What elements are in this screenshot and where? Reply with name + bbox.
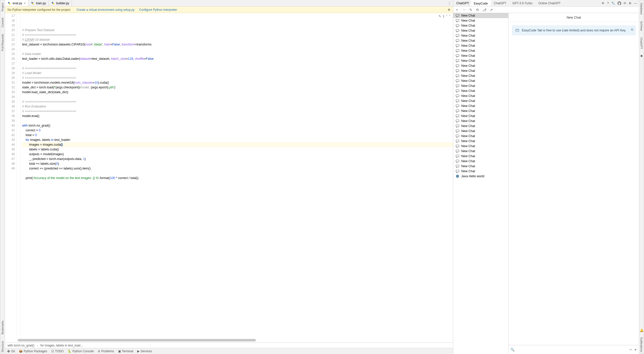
rail-commit[interactable]: Commit xyxy=(1,16,4,29)
rail-bookmarks[interactable]: Bookmarks xyxy=(1,319,4,336)
chat-list-item[interactable]: New Chat xyxy=(453,119,508,124)
chat-list-item[interactable]: New Chat xyxy=(453,43,508,48)
chat-list-item[interactable]: New Chat xyxy=(453,139,508,144)
chat-list-item[interactable]: New Chat xyxy=(453,78,508,83)
rail-database[interactable]: Database xyxy=(640,1,643,16)
chat-list-item[interactable]: New Chat xyxy=(453,124,508,129)
code-line[interactable]: # ============================ xyxy=(22,99,453,104)
code-line[interactable]: # Data loader xyxy=(22,52,453,56)
code-line[interactable]: total = 0 xyxy=(22,133,453,138)
code-line[interactable]: with torch.no_grad(): xyxy=(22,123,453,128)
chat-list-item[interactable]: New Chat xyxy=(453,93,508,98)
chat-list-item[interactable]: New Chat xyxy=(453,73,508,78)
chat-input[interactable] xyxy=(517,346,627,353)
ptab-gpt35[interactable]: GPT-3.5-Turbo xyxy=(509,0,535,6)
code-line[interactable] xyxy=(22,181,453,185)
code-line[interactable]: model = torchvision.models.resnet18(num_… xyxy=(22,80,453,85)
branch-icon[interactable]: ⎇ xyxy=(482,8,486,12)
rail-chatgpt[interactable]: ChatGPT xyxy=(640,36,643,50)
chat-list-item[interactable]: New Chat xyxy=(453,83,508,88)
chat-list-item[interactable]: New Chat xyxy=(453,38,508,43)
status-git[interactable]: Git xyxy=(7,349,15,353)
ptab-online[interactable]: Online ChatGPT xyxy=(535,0,564,6)
code-line[interactable]: # Load Model xyxy=(22,71,453,76)
eye-icon[interactable]: 👁 xyxy=(602,2,605,5)
chat-list-item[interactable]: New Chat xyxy=(453,98,508,103)
chat-list-item[interactable]: New Chat xyxy=(453,88,508,93)
open-icon[interactable]: ↗ xyxy=(490,8,493,12)
code-line[interactable]: # Run Evaluation xyxy=(22,104,453,109)
code-line[interactable]: # ============================ xyxy=(22,33,453,37)
chat-list-item[interactable]: New Chat xyxy=(453,169,508,174)
chat-list-item[interactable]: New Chat xyxy=(453,159,508,164)
status-terminal[interactable]: ▣Terminal xyxy=(118,349,133,353)
horizontal-scrollbar[interactable] xyxy=(18,339,451,341)
chat-list-item[interactable]: New Chat xyxy=(453,113,508,119)
chat-list-item[interactable]: JJava Hello world xyxy=(453,174,508,179)
chat-list-item[interactable]: New Chat xyxy=(453,48,508,53)
highlight-icon[interactable]: ✎ xyxy=(439,14,441,19)
code-line[interactable]: for images, labels in test_loader: xyxy=(22,138,453,142)
code-line[interactable]: correct += (predicted == labels).sum().i… xyxy=(22,166,453,171)
rail-notifications[interactable]: Notifications xyxy=(640,336,643,354)
copy-icon[interactable]: ⧉ xyxy=(631,28,633,32)
code-line[interactable]: outputs = model(images) xyxy=(22,152,453,157)
status-services[interactable]: ▶Services xyxy=(137,349,152,353)
rail-project[interactable]: Project xyxy=(1,1,4,13)
ptab-chatgpt[interactable]: ChatGPT xyxy=(491,0,509,6)
breadcrumb-item[interactable]: for images, labels in test_load… xyxy=(40,344,83,347)
help-icon[interactable]: ? xyxy=(607,2,609,5)
tab-train-py[interactable]: train.py xyxy=(28,0,49,6)
code-line[interactable]: correct = 0 xyxy=(22,128,453,133)
code-line[interactable]: state_dict = torch.load(f'{args.checkpoi… xyxy=(22,85,453,90)
chat-list-item[interactable]: New Chat xyxy=(453,63,508,68)
breadcrumb-item[interactable]: with torch.no_grad() xyxy=(8,344,34,347)
code-line[interactable]: _, predicted = torch.max(outputs.data, 1… xyxy=(22,157,453,161)
chat-list-item[interactable]: New Chat xyxy=(453,53,508,58)
add-icon[interactable]: ＋ xyxy=(455,8,459,12)
chat-list-item[interactable]: New Chat xyxy=(453,134,508,139)
copilot-icon[interactable]: ◉ xyxy=(640,54,643,57)
chat-list-item[interactable]: New Chat xyxy=(453,144,508,149)
status-problems[interactable]: ⊘Problems xyxy=(98,349,114,353)
edit-icon[interactable]: ✎ xyxy=(469,8,472,12)
chat-list-item[interactable]: New Chat xyxy=(453,23,508,28)
chat-list-item[interactable]: New Chat xyxy=(453,103,508,108)
code-line[interactable]: total += labels.size(0) xyxy=(22,161,453,166)
code-line[interactable]: # ============================ xyxy=(22,109,453,114)
chat-list-item[interactable]: New Chat xyxy=(453,68,508,73)
chat-list-item[interactable]: New Chat xyxy=(453,154,508,159)
chat-list-item[interactable]: New Chat xyxy=(453,129,508,134)
chat-list-item[interactable]: New Chat xyxy=(453,13,508,18)
chat-list-item[interactable]: New Chat xyxy=(453,18,508,23)
code-line[interactable]: # Prepare Test Dataset xyxy=(22,28,453,33)
code-line[interactable] xyxy=(22,61,453,66)
minimize-icon[interactable]: — xyxy=(634,2,637,5)
rail-sciview[interactable]: SciView xyxy=(640,20,643,32)
banner-link-venv[interactable]: Create a virtual environment using setup… xyxy=(76,8,134,12)
more-tabs-icon[interactable]: ⋮ xyxy=(446,1,453,5)
code-line[interactable]: labels = labels.cuda() xyxy=(22,147,453,152)
code-line[interactable]: print('Accuracy of the model on the test… xyxy=(22,176,453,181)
gear-icon[interactable]: ⚙ xyxy=(629,2,631,5)
code-line[interactable]: images = images.cuda() xyxy=(22,142,453,147)
code-line[interactable] xyxy=(22,47,453,52)
github-icon[interactable] xyxy=(618,2,621,5)
code-line[interactable]: test_loader = torch.utils.data.DataLoade… xyxy=(22,56,453,61)
code-line[interactable]: model.load_state_dict(state_dict) xyxy=(22,90,453,95)
ptab-easycode[interactable]: EasyCode xyxy=(471,0,491,6)
gear-icon[interactable]: ⚙ xyxy=(448,8,450,12)
code-line[interactable]: test_dataset = torchvision.datasets.CIFA… xyxy=(22,42,453,47)
code-line[interactable] xyxy=(22,119,453,123)
code-line[interactable] xyxy=(22,95,453,99)
next-match-icon[interactable]: ˅ xyxy=(449,14,450,19)
chat-list-item[interactable]: New Chat xyxy=(453,28,508,33)
rail-structure[interactable]: Structure xyxy=(1,339,4,354)
tab-builder-py[interactable]: builder.py xyxy=(49,0,72,6)
code-line[interactable]: # CIFAR-10 dataset xyxy=(22,37,453,42)
send-icon[interactable]: ➤ xyxy=(634,348,637,351)
code-area[interactable]: ✎ 1 ˄ ˅ # Prepare Test Dataset# ========… xyxy=(21,13,453,342)
bell-icon[interactable]: 🔔 xyxy=(640,329,643,332)
sync-icon[interactable]: ⟳ xyxy=(624,2,626,5)
retry-icon[interactable]: ↩ xyxy=(629,348,632,351)
